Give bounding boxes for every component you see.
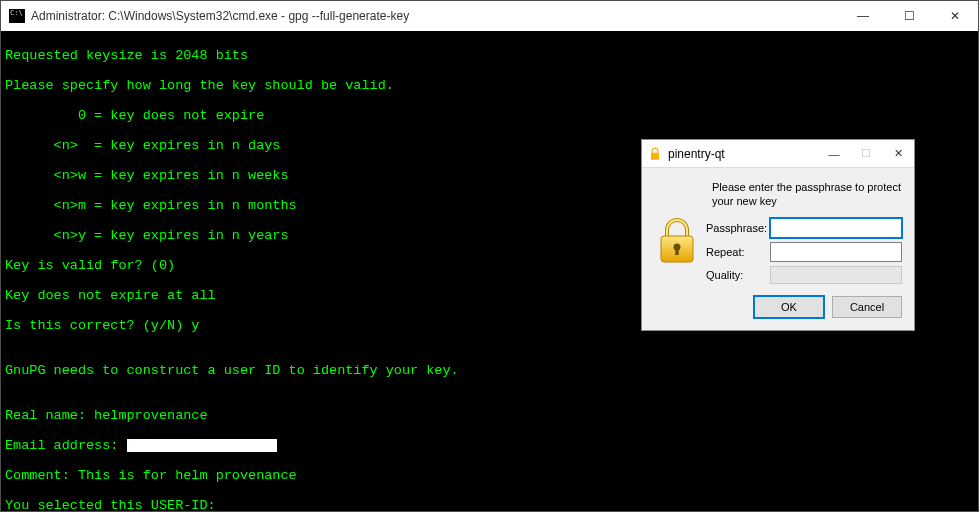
cmd-line: GnuPG needs to construct a user ID to id…: [5, 363, 974, 378]
quality-meter: [770, 266, 902, 284]
dialog-window-controls: — ☐ ✕: [818, 140, 914, 167]
dialog-close-button[interactable]: ✕: [882, 140, 914, 167]
maximize-button[interactable]: ☐: [886, 1, 932, 31]
minimize-button[interactable]: —: [840, 1, 886, 31]
cmd-window-controls: — ☐ ✕: [840, 1, 978, 31]
cmd-line: 0 = key does not expire: [5, 108, 974, 123]
cmd-line: Email address:: [5, 438, 974, 453]
ok-button[interactable]: OK: [754, 296, 824, 318]
dialog-buttons: OK Cancel: [652, 296, 902, 318]
cmd-icon: [9, 9, 25, 23]
repeat-input[interactable]: [770, 242, 902, 262]
dialog-form: Passphrase: Repeat: Quality:: [652, 218, 902, 284]
cmd-line: Comment: This is for helm provenance: [5, 468, 974, 483]
cmd-line: Real name: helmprovenance: [5, 408, 974, 423]
dialog-prompt: Please enter the passphrase to protect y…: [712, 180, 902, 208]
cancel-button[interactable]: Cancel: [832, 296, 902, 318]
cmd-line: Please specify how long the key should b…: [5, 78, 974, 93]
passphrase-input[interactable]: [770, 218, 902, 238]
lock-icon: [648, 147, 662, 161]
cmd-title: Administrator: C:\Windows\System32\cmd.e…: [31, 9, 840, 23]
cmd-text: Email address:: [5, 438, 127, 453]
repeat-label: Repeat:: [706, 246, 766, 258]
dialog-titlebar[interactable]: pinentry-qt — ☐ ✕: [642, 140, 914, 168]
dialog-maximize-button: ☐: [850, 140, 882, 167]
cmd-line: You selected this USER-ID:: [5, 498, 974, 511]
dialog-body: Please enter the passphrase to protect y…: [642, 168, 914, 330]
dialog-title: pinentry-qt: [668, 147, 818, 161]
svg-rect-2: [675, 247, 678, 255]
quality-label: Quality:: [706, 269, 766, 281]
lock-icon: [657, 218, 697, 266]
cmd-line: Requested keysize is 2048 bits: [5, 48, 974, 63]
redacted-email: [127, 439, 277, 452]
close-button[interactable]: ✕: [932, 1, 978, 31]
dialog-minimize-button[interactable]: —: [818, 140, 850, 167]
passphrase-label: Passphrase:: [706, 222, 766, 234]
cmd-titlebar[interactable]: Administrator: C:\Windows\System32\cmd.e…: [1, 1, 978, 31]
pinentry-dialog: pinentry-qt — ☐ ✕ Please enter the passp…: [641, 139, 915, 331]
